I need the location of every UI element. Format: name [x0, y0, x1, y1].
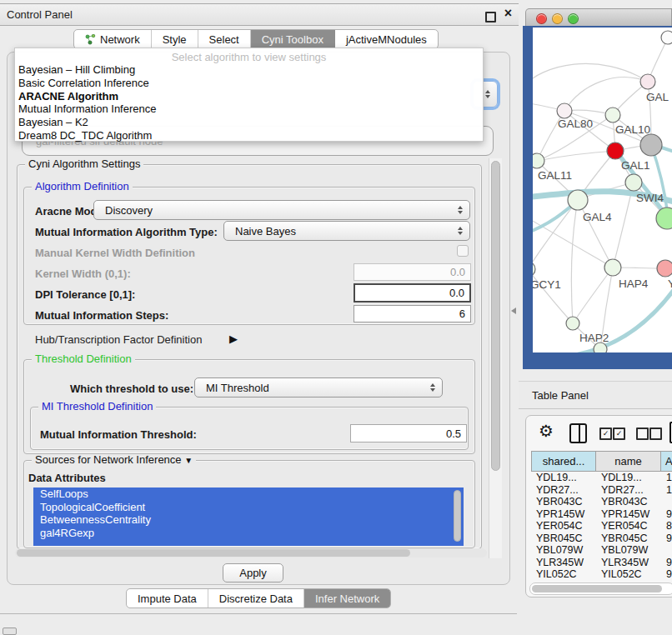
settings-hscrollbar-track[interactable] [15, 548, 487, 558]
dropdown-item-dream8-dc-tdc-algorithm[interactable]: Dream8 DC_TDC Algorithm [15, 129, 483, 142]
network-window-titlebar[interactable] [525, 8, 672, 26]
attribute-item-gal4rgexp[interactable]: gal4RGexp [33, 527, 464, 540]
algorithm-dropdown-items: Bayesian – Hill ClimbingBasic Correlatio… [15, 63, 483, 142]
table-row[interactable]: YDR27...YDR27...12 [531, 484, 672, 497]
network-node[interactable] [533, 153, 544, 168]
attributes-list-scrollbar-thumb[interactable] [454, 490, 461, 542]
kernel-width-field[interactable]: 0.0 [354, 263, 471, 281]
close-icon[interactable]: × [504, 6, 512, 21]
attribute-item-selfloops[interactable]: SelfLoops [33, 488, 464, 501]
combo-spinner-icon [458, 227, 463, 235]
dropdown-item-mutual-information-inference[interactable]: Mutual Information Inference [15, 102, 483, 116]
dropdown-item-aracne-algorithm[interactable]: ARACNE Algorithm [15, 90, 483, 103]
mi-algorithm-type-combo[interactable]: Naive Bayes [223, 221, 470, 241]
network-node[interactable] [625, 174, 642, 191]
network-edge[interactable] [564, 78, 648, 111]
table-cell: YDR27... [596, 484, 661, 497]
deselect-icon-2[interactable] [649, 428, 662, 440]
tab-style[interactable]: Style [152, 30, 198, 48]
tab-select[interactable]: Select [198, 30, 251, 48]
network-node[interactable] [607, 142, 624, 159]
network-node[interactable] [533, 262, 535, 277]
table-hscrollbar-thumb[interactable] [532, 585, 662, 592]
network-node[interactable] [566, 317, 579, 330]
network-node[interactable] [604, 259, 621, 276]
apply-button-label: Apply [239, 567, 267, 579]
dropdown-item-bayesian-k2[interactable]: Bayesian – K2 [15, 116, 483, 129]
which-threshold-combo[interactable]: MI Threshold [194, 378, 443, 398]
column-header-name[interactable]: name [596, 451, 661, 472]
network-node[interactable] [661, 31, 672, 44]
network-node[interactable] [605, 108, 620, 122]
table-row[interactable]: YIL052CYIL052C9 [531, 568, 672, 581]
tab-jactivemnodules[interactable]: jActiveMNodules [335, 30, 438, 48]
network-node[interactable] [640, 74, 655, 89]
column-header-partial[interactable]: A [661, 451, 672, 472]
network-node-label-hap4: HAP4 [619, 278, 649, 290]
dropdown-item-basic-correlation-inference[interactable]: Basic Correlation Inference [15, 77, 483, 90]
table-row[interactable]: YBR043CYBR043C [531, 496, 672, 508]
data-attributes-list[interactable]: SelfLoopsTopologicalCoefficientBetweenne… [33, 488, 464, 546]
split-columns-icon[interactable] [569, 423, 587, 443]
table-cell: YER054C [596, 520, 661, 532]
tab-impute-data[interactable]: Impute Data [127, 589, 208, 608]
table-row[interactable]: YBR045CYBR045C9. [531, 532, 672, 545]
select-all-icon-2[interactable]: ✓ [613, 428, 625, 440]
tab-network[interactable]: Network [74, 30, 152, 48]
select-all-icon[interactable]: ✓ [599, 428, 612, 440]
column-header-shared[interactable]: shared... [531, 451, 596, 472]
table-hscrollbar-track[interactable] [529, 582, 672, 595]
tab-infer-network[interactable]: Infer Network [304, 589, 390, 608]
table-cell: YBR045C [531, 532, 596, 545]
manual-kernel-checkbox[interactable] [457, 245, 469, 257]
attribute-item-partial[interactable] [33, 539, 464, 546]
float-window-icon[interactable] [485, 12, 496, 22]
attribute-item-betweennesscentrality[interactable]: BetweennessCentrality [33, 513, 464, 527]
attribute-item-topologicalcoefficient[interactable]: TopologicalCoefficient [33, 501, 464, 514]
mi-steps-value: 6 [459, 308, 465, 320]
network-node[interactable] [568, 190, 588, 210]
sources-group-title[interactable]: Sources for Network Inference ▼ [32, 454, 196, 467]
aracne-mode-combo[interactable]: Discovery [93, 200, 470, 220]
close-window-icon[interactable] [536, 13, 547, 24]
network-node[interactable] [657, 260, 672, 277]
settings-scrollbar-track[interactable] [489, 158, 502, 558]
dock-mini-button[interactable] [3, 628, 17, 635]
mi-steps-field[interactable]: 6 [354, 305, 471, 322]
table-row[interactable]: YDL19...YDL19...13 [531, 472, 672, 484]
table-cell: YBL079W [531, 544, 596, 557]
table-row[interactable]: YER054CYER054C8. [531, 520, 672, 532]
network-edge[interactable] [533, 269, 573, 323]
kernel-width-label: Kernel Width (0,1): [35, 268, 131, 280]
tab-cyni-toolbox[interactable]: Cyni Toolbox [251, 30, 335, 48]
algorithm-dropdown-prompt: Select algorithm to view settings [15, 48, 483, 63]
network-node[interactable] [557, 103, 572, 118]
dropdown-item-bayesian-hill-climbing[interactable]: Bayesian – Hill Climbing [15, 63, 483, 77]
gear-icon[interactable]: ⚙ [539, 421, 554, 441]
panel-resize-handle[interactable] [511, 308, 516, 314]
network-edge[interactable] [533, 63, 648, 88]
zoom-window-icon[interactable] [568, 13, 579, 24]
network-edge[interactable] [573, 268, 613, 323]
settings-hscrollbar-thumb[interactable] [17, 549, 410, 557]
table-row[interactable]: YPR145WYPR145W9. [531, 508, 672, 521]
network-node[interactable] [656, 208, 672, 229]
hub-section-label[interactable]: Hub/Transcription Factor Definition [35, 333, 202, 346]
network-node[interactable] [640, 134, 662, 156]
expand-arrow-icon[interactable]: ▶ [229, 332, 238, 345]
network-edge[interactable] [571, 200, 578, 323]
tab-discretize-data[interactable]: Discretize Data [208, 589, 304, 608]
apply-button[interactable]: Apply [223, 563, 283, 582]
combo-spinner-icon [458, 206, 463, 214]
deselect-icon[interactable] [636, 428, 649, 440]
mi-threshold-field[interactable]: 0.5 [350, 424, 467, 442]
minimize-window-icon[interactable] [552, 13, 563, 24]
table-row[interactable]: YBL079WYBL079W [531, 544, 672, 557]
settings-scrollbar-thumb[interactable] [491, 161, 500, 471]
network-canvas[interactable]: GALGAL80GAL10GAL1GAL11SWI4GAL4GCY1HAP4YH… [533, 28, 672, 352]
table-row[interactable]: YLR345WYLR345W9. [531, 557, 672, 569]
tab-label: Cyni Toolbox [262, 33, 323, 46]
dpi-tolerance-field[interactable]: 0.0 [354, 283, 471, 302]
collapse-arrow-icon: ▼ [184, 456, 193, 465]
network-node-label-gal1: GAL1 [621, 159, 650, 172]
